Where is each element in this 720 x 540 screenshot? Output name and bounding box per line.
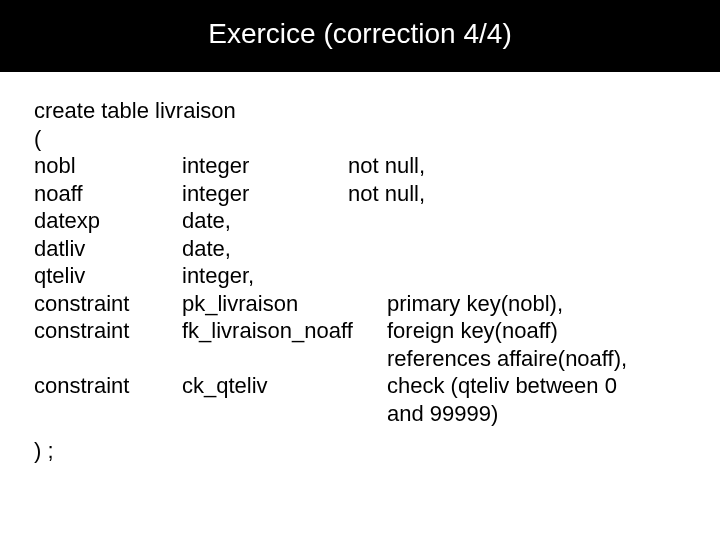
sql-block: create table livraison ( nobl integer no… [0,72,720,490]
col-blank [182,345,387,373]
slide-title: Exercice (correction 4/4) [0,0,720,72]
col-name: constraint [34,290,182,318]
line-datliv: datliv date, [34,235,686,263]
col-name: constraint [34,372,182,400]
line-datexp: datexp date, [34,207,686,235]
col-name: noaff [34,180,182,208]
line-create: create table livraison [34,97,686,125]
col-blank [34,400,182,428]
col-name: datexp [34,207,182,235]
line-constraint-fk-ref: references affaire(noaff), [34,345,686,373]
col-constraint-def: foreign key(noaff) [387,317,686,345]
col-constraint-def: primary key(nobl), [387,290,686,318]
col-name: datliv [34,235,182,263]
col-blank [182,400,387,428]
col-type: date, [182,207,387,235]
col-constraint-def: check (qteliv between 0 [387,372,686,400]
col-constraint-def: and 99999) [387,400,686,428]
col-constraint-name: fk_livraison_noaff [182,317,387,345]
col-name: constraint [34,317,182,345]
line-noaff: noaff integer not null, [34,180,686,208]
line-constraint-ck-cont: and 99999) [34,400,686,428]
col-type: integer [182,180,348,208]
col-type: integer [182,152,348,180]
col-type: date, [182,235,387,263]
col-constraint-name: ck_qteliv [182,372,387,400]
col-name: qteliv [34,262,182,290]
col-constraint-name: pk_livraison [182,290,387,318]
line-qteliv: qteliv integer, [34,262,686,290]
col-constraint-def: references affaire(noaff), [387,345,686,373]
col-notnull: not null, [348,180,425,208]
line-constraint-fk: constraint fk_livraison_noaff foreign ke… [34,317,686,345]
line-nobl: nobl integer not null, [34,152,686,180]
col-name: nobl [34,152,182,180]
line-close-paren: ) ; [34,437,686,465]
line-constraint-ck: constraint ck_qteliv check (qteliv betwe… [34,372,686,400]
line-open-paren: ( [34,125,686,153]
line-constraint-pk: constraint pk_livraison primary key(nobl… [34,290,686,318]
col-notnull: not null, [348,152,425,180]
col-type: integer, [182,262,387,290]
col-blank [34,345,182,373]
